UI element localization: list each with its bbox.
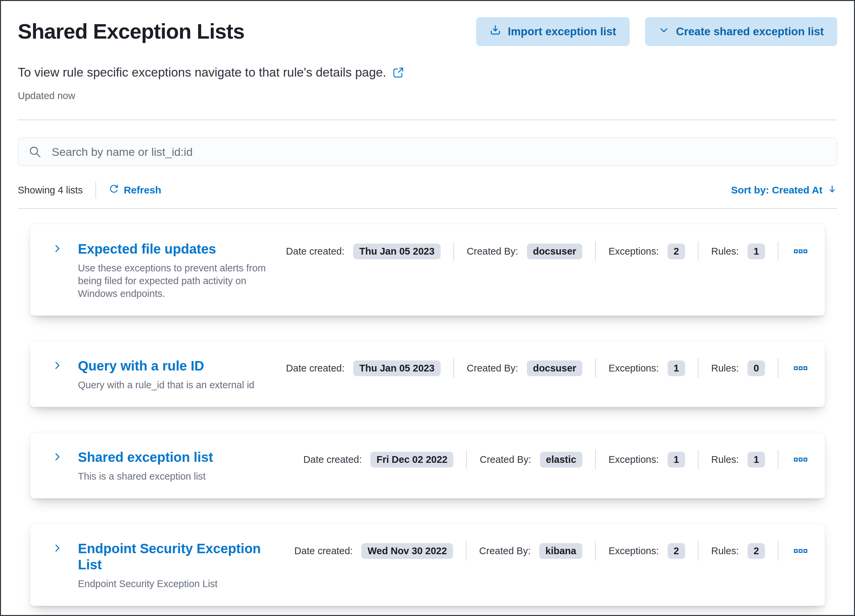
header-actions: Import exception list Create shared exce… — [476, 17, 837, 46]
refresh-label: Refresh — [124, 184, 161, 196]
updated-status: Updated now — [18, 90, 837, 101]
date-created-badge: Wed Nov 30 2022 — [362, 543, 453, 559]
rules-label: Rules: — [711, 363, 739, 374]
list-description: Query with a rule_id that is an external… — [78, 378, 254, 391]
list-name-link[interactable]: Query with a rule ID — [78, 358, 204, 374]
list-name-link[interactable]: Shared exception list — [78, 449, 213, 465]
exceptions-badge: 1 — [668, 360, 685, 376]
meta-divider — [698, 242, 699, 261]
date-created-label: Date created: — [286, 363, 345, 374]
meta-divider — [466, 450, 467, 469]
page-title: Shared Exception Lists — [18, 19, 245, 43]
created-by-badge: docsuser — [527, 244, 582, 259]
exceptions-label: Exceptions: — [608, 363, 659, 374]
date-created-label: Date created: — [286, 246, 345, 257]
expand-row-button[interactable] — [52, 452, 63, 463]
expand-row-button[interactable] — [52, 543, 63, 554]
search-icon — [29, 146, 41, 159]
created-by-label: Created By: — [480, 454, 531, 465]
list-meta: Date created: Thu Jan 05 2023 Created By… — [286, 242, 810, 261]
meta-divider — [595, 541, 596, 561]
rules-label: Rules: — [711, 246, 739, 257]
date-created-badge: Fri Dec 02 2022 — [371, 452, 454, 467]
exceptions-badge: 1 — [668, 452, 685, 467]
sort-label: Sort by: Created At — [731, 184, 823, 196]
external-link-icon[interactable] — [392, 66, 405, 78]
meta-divider — [595, 242, 596, 261]
exceptions-label: Exceptions: — [608, 454, 659, 465]
meta-divider — [698, 541, 699, 561]
page-header: Shared Exception Lists Import exception … — [18, 11, 837, 46]
sort-down-icon — [827, 184, 837, 196]
boxes-horizontal-icon — [793, 554, 808, 559]
create-button-label: Create shared exception list — [676, 25, 824, 38]
date-created-label: Date created: — [294, 546, 352, 556]
meta-divider — [778, 450, 778, 469]
chevron-right-icon — [52, 250, 63, 254]
chevron-down-icon — [659, 25, 669, 38]
rules-label: Rules: — [711, 454, 739, 465]
date-created-badge: Thu Jan 05 2023 — [353, 244, 441, 259]
list-meta: Date created: Fri Dec 02 2022 Created By… — [303, 450, 810, 469]
meta-divider — [698, 450, 699, 469]
exceptions-label: Exceptions: — [608, 546, 659, 556]
date-created-badge: Thu Jan 05 2023 — [353, 360, 441, 376]
card-menu-button[interactable] — [791, 541, 810, 560]
meta-divider — [595, 359, 596, 378]
card-menu-button[interactable] — [791, 242, 810, 260]
meta-divider — [454, 359, 454, 378]
created-by-label: Created By: — [467, 363, 518, 374]
rules-badge: 1 — [748, 244, 765, 259]
meta-divider — [595, 450, 596, 469]
boxes-horizontal-icon — [793, 254, 808, 260]
page-subtitle: To view rule specific exceptions navigat… — [18, 66, 386, 80]
list-name-link[interactable]: Endpoint Security Exception List — [78, 541, 286, 573]
header-divider — [18, 120, 837, 120]
boxes-horizontal-icon — [793, 463, 808, 468]
shared-exception-lists-page: Shared Exception Lists Import exception … — [1, 1, 854, 616]
rules-badge: 0 — [748, 360, 765, 376]
exceptions-badge: 2 — [668, 543, 685, 559]
sort-by-button[interactable]: Sort by: Created At — [731, 184, 837, 196]
list-toolbar: Showing 4 lists Refresh Sort by: Created… — [18, 181, 837, 199]
meta-divider — [454, 242, 454, 261]
import-button-label: Import exception list — [508, 25, 616, 38]
created-by-badge: kibana — [539, 543, 582, 559]
meta-divider — [466, 541, 466, 561]
refresh-icon — [109, 184, 119, 196]
list-description: Endpoint Security Exception List — [78, 578, 286, 590]
date-created-label: Date created: — [303, 454, 362, 465]
create-shared-exception-list-button[interactable]: Create shared exception list — [645, 17, 837, 46]
meta-divider — [778, 359, 778, 378]
list-meta: Date created: Thu Jan 05 2023 Created By… — [286, 359, 810, 378]
rules-badge: 2 — [748, 543, 765, 559]
list-description: This is a shared exception list — [78, 470, 213, 483]
created-by-label: Created By: — [479, 546, 530, 556]
list-name-link[interactable]: Expected file updates — [78, 241, 216, 257]
expand-row-button[interactable] — [52, 244, 63, 254]
exception-list-card: Endpoint Security Exception List Endpoin… — [30, 523, 825, 606]
exception-list-card: Expected file updates Use these exceptio… — [30, 224, 825, 316]
import-download-icon — [490, 25, 501, 38]
search-input[interactable] — [18, 138, 837, 166]
exception-list-card: Shared exception list This is a shared e… — [30, 432, 825, 498]
expand-row-button[interactable] — [52, 360, 63, 371]
card-menu-button[interactable] — [791, 359, 810, 377]
import-exception-list-button[interactable]: Import exception list — [476, 17, 630, 46]
exceptions-badge: 2 — [668, 244, 685, 259]
toolbar-divider — [95, 181, 96, 199]
card-menu-button[interactable] — [791, 450, 810, 469]
meta-divider — [778, 541, 778, 561]
rules-badge: 1 — [748, 452, 765, 467]
refresh-button[interactable]: Refresh — [109, 184, 161, 196]
search-bar — [18, 138, 837, 166]
exceptions-label: Exceptions: — [608, 246, 659, 257]
chevron-right-icon — [52, 458, 63, 463]
showing-count: Showing 4 lists — [18, 185, 83, 196]
created-by-label: Created By: — [467, 246, 518, 257]
created-by-badge: docsuser — [527, 360, 582, 376]
created-by-badge: elastic — [540, 452, 582, 467]
list-description: Use these exceptions to prevent alerts f… — [78, 262, 286, 300]
boxes-horizontal-icon — [793, 371, 808, 377]
chevron-right-icon — [52, 366, 63, 371]
